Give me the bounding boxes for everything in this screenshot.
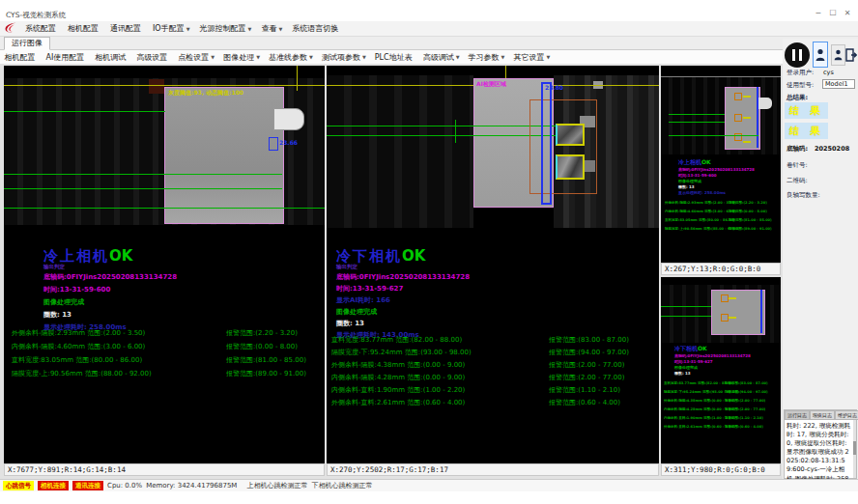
- tool-spot-check[interactable]: 点检设置▼: [174, 52, 219, 63]
- result-box-1: 结 果: [785, 102, 828, 119]
- camera-image-texture: [327, 75, 473, 228]
- baseline-line: [327, 126, 556, 126]
- upper-camera-heartbeat-text: 上相机心跳检测正常: [246, 481, 307, 490]
- mini-turns-line: 圈数: 13: [678, 184, 695, 189]
- tool-camera-debug[interactable]: 相机调试: [91, 52, 132, 63]
- flaw-marker-label: [743, 141, 751, 143]
- menu-view[interactable]: 查看▼: [256, 23, 287, 34]
- barcode-line: 底轴码:0FIYJins20250208133134728: [336, 272, 470, 282]
- tool-image-processing[interactable]: 图像处理▼: [219, 52, 265, 63]
- chevron-down-icon: ▼: [501, 54, 505, 60]
- menu-io-config[interactable]: IO手配置▼: [148, 23, 195, 34]
- log-scrollbar-thumb[interactable]: [853, 441, 856, 455]
- ruler-line-vertical: [297, 66, 298, 91]
- alarm-range-text: 报警范围:(1.10 - 2.10): [549, 385, 620, 395]
- tab-maintenance-log[interactable]: 维护日志: [835, 410, 858, 420]
- baseline-line: [661, 316, 711, 317]
- tool-advanced-settings[interactable]: 高级设置: [132, 52, 174, 63]
- exit-door-icon: [845, 48, 857, 62]
- mini-measurement: 直料宽度:83.05mm 范围:(80.00 - 86.00): [665, 218, 735, 222]
- ruler-line-horizontal: [4, 85, 325, 86]
- mini-time-line: 时间:13-31-59-627: [674, 359, 713, 364]
- chevron-down-icon: ▼: [186, 26, 190, 32]
- result-box-2: 结 果: [785, 123, 828, 139]
- log-tabs: 运行日志 瑕疵日志 维护日志: [785, 410, 856, 420]
- heartbeat-status-badge: 心跳信号: [3, 481, 34, 490]
- turns-line: 圈数: 13: [43, 310, 72, 320]
- mini-measurement: 内侧余料-隔膜:4.60mm 范围:(3.00 - 6.00): [665, 210, 736, 213]
- tool-plc-address-table[interactable]: PLC地址表: [370, 52, 418, 63]
- camera-view-lower[interactable]: AI检测区域 23.80 冷下相机OK 输出判定 底轴码:0FIYJins202…: [327, 66, 659, 463]
- flaw-detection-box: [556, 124, 585, 146]
- app-logo-icon: [0, 19, 20, 38]
- alarm-range-text: 报警范围:(0.00 - 8.00): [226, 342, 298, 351]
- maximize-button[interactable]: ☐: [826, 9, 840, 17]
- mini-alarm: 报警范围:(2.00 - 77.00): [725, 407, 765, 411]
- user-login-button[interactable]: [813, 42, 828, 68]
- tool-ai-usage-config[interactable]: AI使用配置: [42, 52, 91, 63]
- camera-image-texture: [661, 77, 781, 154]
- measurement-text: 隔膜宽度-上:90.56mm 范围:(88.00 - 92.00): [12, 369, 152, 378]
- process-status-line: 图像处理完成: [43, 297, 84, 307]
- flaw-marker: [721, 314, 729, 322]
- chevron-down-icon: ▼: [309, 54, 313, 60]
- tool-other-settings[interactable]: 其它设置▼: [509, 52, 555, 63]
- flaw-detection-box: [556, 154, 585, 180]
- thumbnail-upper-pixel-status: X:267;Y:13;R:0;G:0;B:0: [661, 263, 781, 275]
- output-judgement-label: 输出判定: [43, 264, 65, 270]
- menu-language-switch[interactable]: 系统语言切换: [287, 23, 343, 34]
- tab-run-image[interactable]: 运行图像: [4, 37, 50, 50]
- menu-comm-config[interactable]: 通讯配置: [105, 23, 148, 34]
- close-button[interactable]: ✕: [841, 9, 854, 17]
- tool-learning-params[interactable]: 学习参数▼: [464, 52, 509, 63]
- pause-button[interactable]: [785, 42, 810, 68]
- good-write-count-label: 良轴写数量:: [786, 191, 820, 200]
- camera-view-upper[interactable]: 灰度阈值:93, 动态阈值:100 23.66 冷上相机OK 输出判定 底轴码:…: [4, 66, 325, 463]
- lower-camera-heartbeat-text: 下相机心跳检测正常: [311, 481, 372, 490]
- thumbnail-view-lower[interactable]: 冷下相机OK 底轴码:0FIYJins20250208133134728 时间:…: [661, 277, 781, 463]
- minimize-button[interactable]: ─: [812, 9, 825, 17]
- mini-alarm: 报警范围:(81.00 - 85.00): [729, 218, 772, 222]
- menu-bar: 系统配置 相机配置 通讯配置 IO手配置▼ 光源控制配置▼ 查看▼ 系统语言切换: [0, 21, 858, 37]
- roi-brown-rect: [529, 99, 597, 194]
- tab-defect-log[interactable]: 瑕疵日志: [810, 410, 835, 420]
- login-user-label: 登录用户:: [786, 69, 814, 77]
- flaw-marker-label: [729, 317, 736, 319]
- alarm-range-text: 报警范围:(2.20 - 3.20): [226, 328, 298, 338]
- baseline-line: [4, 111, 165, 112]
- pause-icon: [799, 49, 802, 61]
- measurement-text: 直料宽度:83.05mm 范围:(80.00 - 86.00): [12, 355, 142, 365]
- menu-light-config[interactable]: 光源控制配置▼: [195, 23, 257, 34]
- menu-system-config[interactable]: 系统配置: [20, 23, 63, 34]
- measure-marker-box: [269, 137, 278, 151]
- tab-strip: 运行图像: [0, 37, 858, 50]
- image-feature: [149, 79, 164, 94]
- chevron-down-icon: ▼: [248, 26, 252, 32]
- menu-camera-config[interactable]: 相机配置: [63, 23, 105, 34]
- measure-marker-value: 23.80: [545, 84, 563, 91]
- tool-test-params[interactable]: 测试项参数▼: [317, 52, 370, 63]
- model-label: 使用型号:: [786, 81, 814, 90]
- tool-camera-config[interactable]: 相机配置: [0, 52, 42, 63]
- baseline-line: [4, 208, 325, 209]
- user-icon: [815, 48, 825, 62]
- turns-line: 圈数: 13: [336, 319, 364, 328]
- thumbnail-view-upper[interactable]: 冷上相机OK 底轴码:0FIYJins20250208133134728 时间:…: [661, 66, 781, 263]
- tool-advanced-debug[interactable]: 高级调试▼: [418, 52, 464, 63]
- baseline-line: [4, 188, 282, 189]
- login-user-value: cys: [823, 69, 834, 76]
- flaw-marker: [734, 114, 742, 122]
- pause-icon: [792, 49, 795, 61]
- measurement-text: 外侧余料-直料:2.61mm 范围:(0.60 - 4.00): [331, 398, 465, 407]
- mini-alarm: 报警范围:(2.00 - 77.00): [725, 399, 765, 403]
- model-select[interactable]: Model1: [822, 79, 855, 89]
- log-scrollbar[interactable]: [853, 420, 856, 478]
- tool-baseline-params[interactable]: 基准线参数▼: [265, 52, 318, 63]
- tab-run-log[interactable]: 运行日志: [785, 410, 810, 420]
- mini-time-line: 时间:13-31-59-600: [678, 173, 717, 178]
- exit-button[interactable]: [844, 42, 857, 67]
- chevron-down-icon: ▼: [256, 54, 260, 60]
- user-switch-button[interactable]: [831, 44, 845, 66]
- alarm-range-text: 报警范围:(83.00 - 87.00): [549, 335, 629, 345]
- chevron-down-icon: ▼: [456, 54, 460, 60]
